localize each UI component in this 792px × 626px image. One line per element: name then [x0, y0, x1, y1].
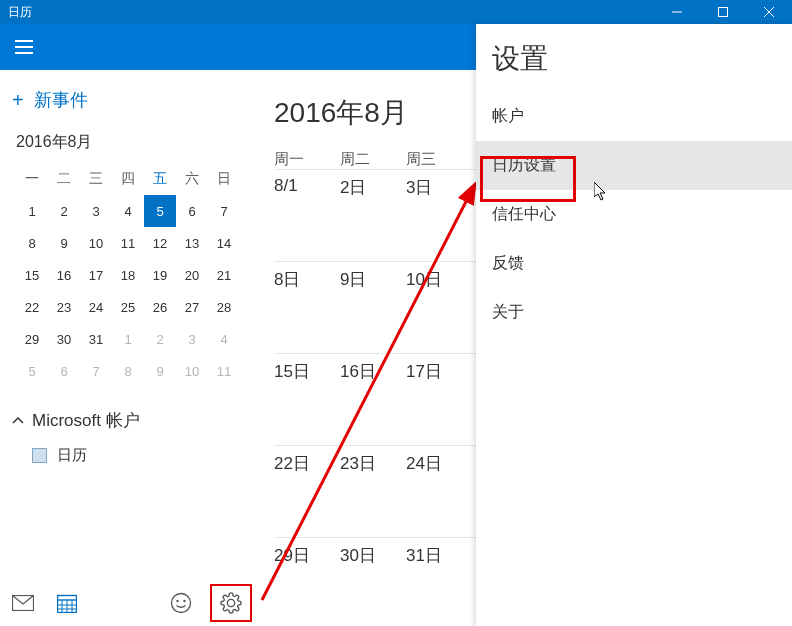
new-event-label: 新事件: [34, 88, 88, 112]
mini-day[interactable]: 6: [176, 195, 208, 227]
feedback-icon[interactable]: [166, 588, 196, 618]
mini-day[interactable]: 1: [16, 195, 48, 227]
app-title: 日历: [0, 4, 32, 21]
mini-day[interactable]: 9: [48, 227, 80, 259]
mini-day[interactable]: 19: [144, 259, 176, 291]
mini-dow: 五: [144, 163, 176, 195]
day-cell[interactable]: 10日: [406, 262, 472, 353]
mini-day[interactable]: 10: [176, 355, 208, 387]
svg-point-18: [176, 600, 178, 602]
mini-day[interactable]: 7: [80, 355, 112, 387]
gear-icon[interactable]: [216, 588, 246, 618]
calendar-icon[interactable]: [52, 588, 82, 618]
day-cell[interactable]: 8日: [274, 262, 340, 353]
mini-day[interactable]: 26: [144, 291, 176, 323]
settings-button-highlight: [210, 584, 252, 622]
svg-point-19: [183, 600, 185, 602]
mini-day[interactable]: 3: [80, 195, 112, 227]
day-cell[interactable]: 30日: [340, 538, 406, 626]
settings-item-4[interactable]: 关于: [476, 288, 792, 337]
mini-day[interactable]: 4: [112, 195, 144, 227]
mini-day[interactable]: 12: [144, 227, 176, 259]
account-label: Microsoft 帐户: [32, 409, 140, 432]
weekday-label: 周二: [340, 150, 406, 169]
day-cell[interactable]: 8/1: [274, 170, 340, 261]
settings-item-1[interactable]: 日历设置: [476, 141, 792, 190]
mini-dow: 二: [48, 163, 80, 195]
mini-day[interactable]: 14: [208, 227, 240, 259]
mini-day[interactable]: 17: [80, 259, 112, 291]
hamburger-button[interactable]: [0, 24, 48, 70]
mini-day[interactable]: 18: [112, 259, 144, 291]
mini-day[interactable]: 11: [112, 227, 144, 259]
mini-day[interactable]: 15: [16, 259, 48, 291]
mini-day[interactable]: 2: [48, 195, 80, 227]
mini-day[interactable]: 6: [48, 355, 80, 387]
day-cell[interactable]: 24日: [406, 446, 472, 537]
mini-day[interactable]: 31: [80, 323, 112, 355]
day-cell[interactable]: 17日: [406, 354, 472, 445]
chevron-up-icon: [12, 417, 24, 425]
mail-icon[interactable]: [8, 588, 38, 618]
day-cell[interactable]: 15日: [274, 354, 340, 445]
mini-day[interactable]: 13: [176, 227, 208, 259]
day-cell[interactable]: 9日: [340, 262, 406, 353]
calendar-label: 日历: [57, 446, 87, 465]
day-cell[interactable]: 31日: [406, 538, 472, 626]
mini-day[interactable]: 10: [80, 227, 112, 259]
plus-icon: +: [12, 89, 24, 112]
mini-calendar: 2016年8月 一二三四五六日 123456789101112131415161…: [0, 122, 260, 391]
mini-day[interactable]: 8: [16, 227, 48, 259]
mini-day[interactable]: 16: [48, 259, 80, 291]
weekday-label: 周一: [274, 150, 340, 169]
mini-day[interactable]: 22: [16, 291, 48, 323]
mini-dow: 三: [80, 163, 112, 195]
mini-day[interactable]: 30: [48, 323, 80, 355]
svg-rect-1: [719, 8, 728, 17]
calendar-checkbox-row[interactable]: 日历: [12, 432, 248, 465]
mini-day[interactable]: 23: [48, 291, 80, 323]
account-header[interactable]: Microsoft 帐户: [12, 409, 248, 432]
mini-day[interactable]: 27: [176, 291, 208, 323]
mini-day[interactable]: 5: [144, 195, 176, 227]
settings-item-0[interactable]: 帐户: [476, 92, 792, 141]
mini-day[interactable]: 29: [16, 323, 48, 355]
close-button[interactable]: [746, 0, 792, 24]
svg-point-17: [172, 594, 191, 613]
mini-day[interactable]: 5: [16, 355, 48, 387]
new-event-button[interactable]: + 新事件: [0, 70, 260, 122]
day-cell[interactable]: 16日: [340, 354, 406, 445]
mini-day[interactable]: 24: [80, 291, 112, 323]
settings-title: 设置: [476, 24, 792, 92]
day-cell[interactable]: 29日: [274, 538, 340, 626]
mini-day[interactable]: 1: [112, 323, 144, 355]
mini-day[interactable]: 3: [176, 323, 208, 355]
mini-day[interactable]: 4: [208, 323, 240, 355]
settings-item-2[interactable]: 信任中心: [476, 190, 792, 239]
day-cell[interactable]: 2日: [340, 170, 406, 261]
mini-day[interactable]: 2: [144, 323, 176, 355]
sidebar: + 新事件 2016年8月 一二三四五六日 123456789101112131…: [0, 70, 260, 626]
maximize-button[interactable]: [700, 0, 746, 24]
titlebar: 日历: [0, 0, 792, 24]
mini-day[interactable]: 11: [208, 355, 240, 387]
mini-day[interactable]: 8: [112, 355, 144, 387]
day-cell[interactable]: 3日: [406, 170, 472, 261]
mini-day[interactable]: 21: [208, 259, 240, 291]
mini-day[interactable]: 9: [144, 355, 176, 387]
mini-day[interactable]: 20: [176, 259, 208, 291]
bottom-bar: [0, 580, 260, 626]
mini-dow: 一: [16, 163, 48, 195]
calendar-color-swatch: [32, 448, 47, 463]
day-cell[interactable]: 22日: [274, 446, 340, 537]
mini-dow: 四: [112, 163, 144, 195]
mini-day[interactable]: 7: [208, 195, 240, 227]
day-cell[interactable]: 23日: [340, 446, 406, 537]
weekday-label: 周三: [406, 150, 472, 169]
mini-day[interactable]: 28: [208, 291, 240, 323]
settings-item-3[interactable]: 反馈: [476, 239, 792, 288]
mini-day[interactable]: 25: [112, 291, 144, 323]
minimize-button[interactable]: [654, 0, 700, 24]
settings-panel: 设置 帐户日历设置信任中心反馈关于: [476, 24, 792, 626]
mini-calendar-month[interactable]: 2016年8月: [16, 132, 248, 153]
